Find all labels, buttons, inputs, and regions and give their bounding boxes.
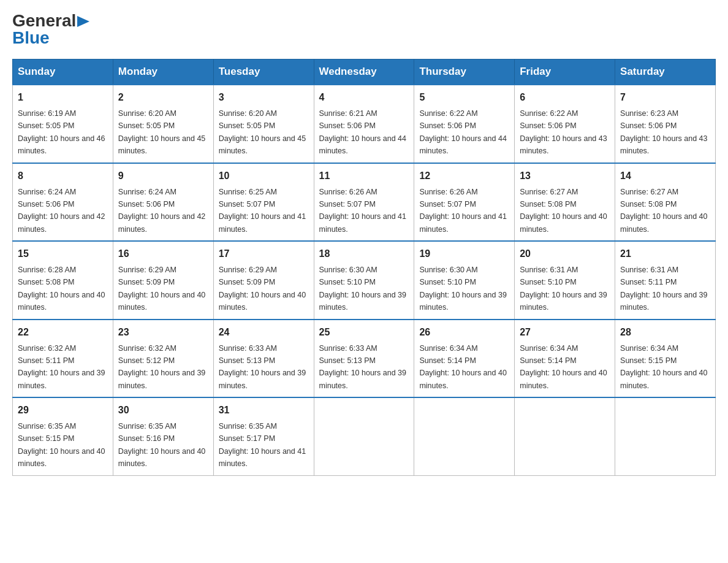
calendar-cell: 18Sunrise: 6:30 AMSunset: 5:10 PMDayligh… (314, 241, 414, 320)
day-info: Sunrise: 6:24 AMSunset: 5:06 PMDaylight:… (18, 188, 105, 234)
svg-marker-0 (77, 16, 89, 27)
calendar-cell: 8Sunrise: 6:24 AMSunset: 5:06 PMDaylight… (13, 163, 113, 242)
calendar-cell (515, 397, 615, 475)
weekday-header-saturday: Saturday (615, 59, 716, 85)
day-info: Sunrise: 6:28 AMSunset: 5:08 PMDaylight:… (18, 266, 105, 312)
calendar-body: 1Sunrise: 6:19 AMSunset: 5:05 PMDaylight… (13, 85, 716, 475)
day-number: 16 (118, 247, 208, 261)
weekday-header-friday: Friday (515, 59, 615, 85)
calendar-cell: 4Sunrise: 6:21 AMSunset: 5:06 PMDaylight… (314, 85, 414, 163)
weekday-header-row: SundayMondayTuesdayWednesdayThursdayFrid… (13, 59, 716, 85)
day-info: Sunrise: 6:25 AMSunset: 5:07 PMDaylight:… (219, 188, 306, 234)
day-info: Sunrise: 6:35 AMSunset: 5:16 PMDaylight:… (118, 422, 205, 468)
day-info: Sunrise: 6:35 AMSunset: 5:17 PMDaylight:… (219, 422, 306, 468)
calendar-cell: 26Sunrise: 6:34 AMSunset: 5:14 PMDayligh… (414, 320, 515, 398)
calendar-cell: 17Sunrise: 6:29 AMSunset: 5:09 PMDayligh… (213, 241, 314, 320)
day-info: Sunrise: 6:31 AMSunset: 5:11 PMDaylight:… (620, 266, 707, 312)
calendar-week-row-4: 22Sunrise: 6:32 AMSunset: 5:11 PMDayligh… (13, 320, 716, 398)
calendar-cell: 19Sunrise: 6:30 AMSunset: 5:10 PMDayligh… (414, 241, 515, 320)
calendar-cell: 10Sunrise: 6:25 AMSunset: 5:07 PMDayligh… (213, 163, 314, 242)
calendar-week-row-3: 15Sunrise: 6:28 AMSunset: 5:08 PMDayligh… (13, 241, 716, 320)
day-info: Sunrise: 6:31 AMSunset: 5:10 PMDaylight:… (520, 266, 607, 312)
day-number: 28 (620, 325, 710, 340)
calendar-cell: 6Sunrise: 6:22 AMSunset: 5:06 PMDaylight… (515, 85, 615, 163)
calendar-cell: 27Sunrise: 6:34 AMSunset: 5:14 PMDayligh… (515, 320, 615, 398)
day-info: Sunrise: 6:19 AMSunset: 5:05 PMDaylight:… (18, 109, 105, 155)
day-info: Sunrise: 6:35 AMSunset: 5:15 PMDaylight:… (18, 422, 105, 468)
calendar-cell: 29Sunrise: 6:35 AMSunset: 5:15 PMDayligh… (13, 397, 113, 475)
day-info: Sunrise: 6:29 AMSunset: 5:09 PMDaylight:… (118, 266, 205, 312)
weekday-header-monday: Monday (113, 59, 213, 85)
day-info: Sunrise: 6:20 AMSunset: 5:05 PMDaylight:… (118, 109, 205, 155)
day-info: Sunrise: 6:20 AMSunset: 5:05 PMDaylight:… (219, 109, 306, 155)
calendar-cell: 14Sunrise: 6:27 AMSunset: 5:08 PMDayligh… (615, 163, 716, 242)
calendar-cell: 9Sunrise: 6:24 AMSunset: 5:06 PMDaylight… (113, 163, 213, 242)
day-info: Sunrise: 6:32 AMSunset: 5:12 PMDaylight:… (118, 344, 205, 390)
day-number: 10 (219, 169, 309, 183)
day-info: Sunrise: 6:29 AMSunset: 5:09 PMDaylight:… (219, 266, 306, 312)
day-number: 2 (118, 90, 208, 105)
day-info: Sunrise: 6:24 AMSunset: 5:06 PMDaylight:… (118, 188, 205, 234)
day-number: 25 (319, 325, 409, 340)
calendar-cell: 31Sunrise: 6:35 AMSunset: 5:17 PMDayligh… (213, 397, 314, 475)
day-info: Sunrise: 6:32 AMSunset: 5:11 PMDaylight:… (18, 344, 105, 390)
day-number: 30 (118, 403, 208, 418)
weekday-header-thursday: Thursday (414, 59, 515, 85)
day-number: 8 (18, 169, 108, 183)
day-info: Sunrise: 6:34 AMSunset: 5:15 PMDaylight:… (620, 344, 707, 390)
calendar-cell: 12Sunrise: 6:26 AMSunset: 5:07 PMDayligh… (414, 163, 515, 242)
day-number: 3 (219, 90, 309, 105)
calendar-header: SundayMondayTuesdayWednesdayThursdayFrid… (13, 59, 716, 85)
day-info: Sunrise: 6:34 AMSunset: 5:14 PMDaylight:… (520, 344, 607, 390)
calendar-cell: 16Sunrise: 6:29 AMSunset: 5:09 PMDayligh… (113, 241, 213, 320)
day-number: 29 (18, 403, 108, 418)
day-number: 26 (419, 325, 509, 340)
calendar-cell: 24Sunrise: 6:33 AMSunset: 5:13 PMDayligh… (213, 320, 314, 398)
day-info: Sunrise: 6:34 AMSunset: 5:14 PMDaylight:… (419, 344, 506, 390)
weekday-header-sunday: Sunday (13, 59, 113, 85)
day-number: 14 (620, 169, 710, 183)
calendar-cell: 7Sunrise: 6:23 AMSunset: 5:06 PMDaylight… (615, 85, 716, 163)
calendar-table: SundayMondayTuesdayWednesdayThursdayFrid… (12, 59, 716, 476)
calendar-cell: 21Sunrise: 6:31 AMSunset: 5:11 PMDayligh… (615, 241, 716, 320)
day-info: Sunrise: 6:26 AMSunset: 5:07 PMDaylight:… (419, 188, 506, 234)
day-number: 31 (219, 403, 309, 418)
day-info: Sunrise: 6:27 AMSunset: 5:08 PMDaylight:… (620, 188, 707, 234)
calendar-cell (414, 397, 515, 475)
calendar-cell (314, 397, 414, 475)
calendar-cell: 13Sunrise: 6:27 AMSunset: 5:08 PMDayligh… (515, 163, 615, 242)
logo-triangle-icon (77, 16, 89, 27)
day-number: 5 (419, 90, 509, 105)
calendar-cell (615, 397, 716, 475)
day-number: 23 (118, 325, 208, 340)
day-info: Sunrise: 6:23 AMSunset: 5:06 PMDaylight:… (620, 109, 707, 155)
day-info: Sunrise: 6:30 AMSunset: 5:10 PMDaylight:… (319, 266, 406, 312)
day-info: Sunrise: 6:26 AMSunset: 5:07 PMDaylight:… (319, 188, 406, 234)
day-number: 12 (419, 169, 509, 183)
calendar-cell: 25Sunrise: 6:33 AMSunset: 5:13 PMDayligh… (314, 320, 414, 398)
calendar-cell: 5Sunrise: 6:22 AMSunset: 5:06 PMDaylight… (414, 85, 515, 163)
day-number: 19 (419, 247, 509, 261)
calendar-cell: 23Sunrise: 6:32 AMSunset: 5:12 PMDayligh… (113, 320, 213, 398)
day-number: 6 (520, 90, 610, 105)
logo-blue-text: Blue (12, 29, 50, 47)
day-info: Sunrise: 6:33 AMSunset: 5:13 PMDaylight:… (219, 344, 306, 390)
calendar-cell: 1Sunrise: 6:19 AMSunset: 5:05 PMDaylight… (13, 85, 113, 163)
calendar-cell: 30Sunrise: 6:35 AMSunset: 5:16 PMDayligh… (113, 397, 213, 475)
day-number: 17 (219, 247, 309, 261)
day-number: 27 (520, 325, 610, 340)
day-number: 15 (18, 247, 108, 261)
day-number: 21 (620, 247, 710, 261)
day-number: 20 (520, 247, 610, 261)
day-number: 24 (219, 325, 309, 340)
weekday-header-wednesday: Wednesday (314, 59, 414, 85)
calendar-week-row-5: 29Sunrise: 6:35 AMSunset: 5:15 PMDayligh… (13, 397, 716, 475)
day-info: Sunrise: 6:30 AMSunset: 5:10 PMDaylight:… (419, 266, 506, 312)
day-number: 13 (520, 169, 610, 183)
day-number: 22 (18, 325, 108, 340)
day-number: 1 (18, 90, 108, 105)
logo: General Blue (12, 12, 89, 47)
day-number: 18 (319, 247, 409, 261)
logo-general-text: General (12, 12, 76, 29)
calendar-cell: 11Sunrise: 6:26 AMSunset: 5:07 PMDayligh… (314, 163, 414, 242)
